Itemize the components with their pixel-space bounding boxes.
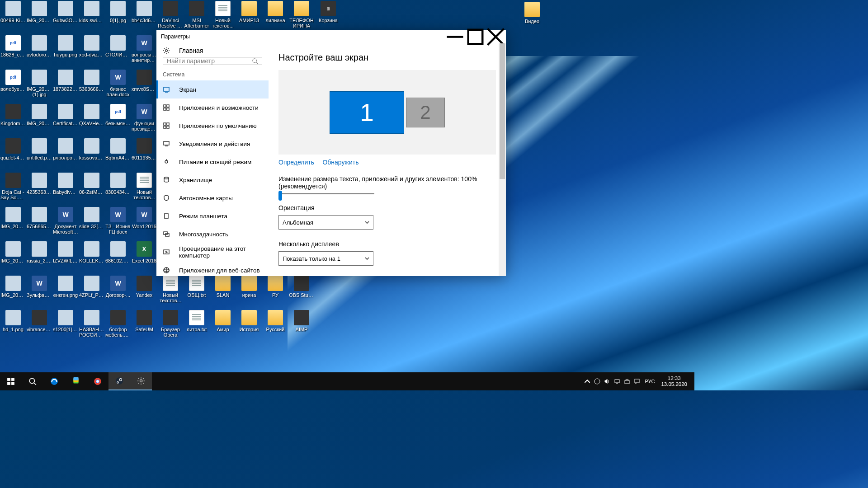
desktop-icon[interactable]: Kingdom-...: [0, 103, 26, 137]
desktop-icon[interactable]: 18738222_i...: [52, 69, 79, 103]
desktop-icon[interactable]: WWord 2016: [131, 206, 157, 240]
desktop-icon[interactable]: untitled.png: [26, 137, 52, 172]
desktop-icon[interactable]: Wвопросы поанкетиров...: [131, 34, 157, 69]
nav-item-1[interactable]: Приложения и возможности: [156, 99, 269, 117]
desktop-icon[interactable]: Русский: [262, 309, 288, 343]
desktop-icon[interactable]: литра.txt: [184, 309, 210, 343]
desktop-icon[interactable]: РУ: [262, 275, 288, 309]
desktop-icon[interactable]: huygu.png: [52, 34, 79, 69]
desktop-icon[interactable]: IMG_20200...: [0, 275, 26, 309]
desktop-icon[interactable]: 6756865658...: [26, 206, 52, 240]
nav-item-5[interactable]: Хранилище: [156, 171, 269, 189]
desktop-icon[interactable]: OBS Studio: [288, 275, 315, 309]
desktop-icon[interactable]: IMG_20190...(1).jpg: [26, 69, 52, 103]
desktop-icon[interactable]: AIMP: [288, 309, 315, 343]
search-input[interactable]: [167, 57, 252, 65]
desktop-icon[interactable]: pdfбезымянн...: [105, 103, 131, 137]
desktop-icon[interactable]: енкген.png: [52, 275, 79, 309]
desktop-icon[interactable]: История: [236, 309, 262, 343]
desktop-icon[interactable]: IMG_20200...: [0, 240, 26, 275]
language-indicator[interactable]: РУС: [642, 379, 657, 384]
taskbar-steam[interactable]: [108, 372, 130, 390]
desktop-icon[interactable]: xmvx8SSPv...: [131, 69, 157, 103]
desktop-icon[interactable]: БраузерOpera: [157, 309, 184, 343]
nav-item-6[interactable]: Автономные карты: [156, 189, 269, 207]
tray-volume-icon[interactable]: [602, 378, 612, 385]
desktop-icon[interactable]: лилиана: [262, 0, 288, 34]
nav-item-9[interactable]: Проецирование на этот компьютер: [156, 243, 269, 261]
desktop-icon[interactable]: WДокументMicrosoft ...: [52, 206, 79, 240]
desktop-icon[interactable]: XExcel 2016: [131, 240, 157, 275]
desktop-icon[interactable]: Babydive_I...: [52, 172, 79, 206]
desktop-icon[interactable]: Новыйтекстов...: [131, 172, 157, 206]
desktop-icon[interactable]: pdf18628_c1fe...: [0, 34, 26, 69]
desktop-icon[interactable]: bb4c3d6b5...: [131, 0, 157, 34]
nav-item-2[interactable]: Приложения по умолчанию: [156, 117, 269, 135]
monitor-1[interactable]: 1: [330, 91, 404, 134]
desktop-icon[interactable]: 5363666.png: [79, 69, 105, 103]
desktop-icon[interactable]: SafeUM: [131, 309, 157, 343]
desktop-icon[interactable]: kassovaya-...: [79, 137, 105, 172]
desktop-icon[interactable]: kids-swim...: [79, 0, 105, 34]
desktop-icon[interactable]: Амир: [210, 309, 236, 343]
taskbar-bluestacks[interactable]: [65, 372, 87, 390]
desktop-icon[interactable]: ТЕЛЕФОНИРИНА: [288, 0, 315, 34]
desktop-icon[interactable]: pdfволобуев...: [0, 69, 26, 103]
desktop-icon[interactable]: xod-dvizeni...: [79, 34, 105, 69]
desktop-icon[interactable]: босформебель.w...: [105, 309, 131, 343]
desktop-icon-videos[interactable]: Видео: [519, 1, 545, 35]
desktop-icon[interactable]: quizlet-4-3...: [0, 137, 26, 172]
desktop-icon[interactable]: WТЗ - ИринаГЦ.docx: [105, 206, 131, 240]
slider-thumb[interactable]: [278, 191, 282, 201]
desktop-icon[interactable]: Gubw3OET...: [52, 0, 79, 34]
desktop-icon[interactable]: Wфункциипрезидент...: [131, 103, 157, 137]
titlebar[interactable]: Параметры: [156, 30, 506, 43]
desktop-icon[interactable]: IMG_20190...: [26, 103, 52, 137]
desktop-icon[interactable]: MSIAfterburner: [184, 0, 210, 34]
tray-network-icon[interactable]: [612, 378, 622, 385]
desktop-icon[interactable]: 42353637.png: [26, 172, 52, 206]
desktop-icon[interactable]: russia_2.jpg: [26, 240, 52, 275]
desktop-icon[interactable]: 6011935399...: [131, 137, 157, 172]
desktop-icon[interactable]: Новыйтекстов...: [157, 275, 184, 309]
nav-item-7[interactable]: Режим планшета: [156, 207, 269, 225]
desktop-icon[interactable]: 0[1].jpg: [105, 0, 131, 34]
desktop-icon[interactable]: 8300434479...: [105, 172, 131, 206]
search-button[interactable]: [22, 372, 43, 390]
desktop-icon[interactable]: Новыйтекстов...: [210, 0, 236, 34]
monitor-2[interactable]: 2: [406, 98, 445, 127]
desktop-icon[interactable]: рлролрол...: [52, 137, 79, 172]
desktop-icon[interactable]: 4ZPLf_P433...: [79, 275, 105, 309]
detect-link[interactable]: Обнаружить: [322, 159, 359, 166]
taskbar-settings[interactable]: [130, 372, 152, 390]
scrollbar-thumb[interactable]: [500, 43, 505, 179]
desktop-icon[interactable]: hd_1.png: [0, 309, 26, 343]
desktop-icon[interactable]: QXaVHeYJ...: [79, 103, 105, 137]
desktop-icon[interactable]: IMG_20200...: [26, 0, 52, 34]
desktop-icon[interactable]: BqbmA4O...: [105, 137, 131, 172]
orientation-combo[interactable]: Альбомная: [278, 215, 373, 230]
nav-item-4[interactable]: Питание и спящий режим: [156, 153, 269, 171]
multiple-displays-combo[interactable]: Показать только на 1: [278, 251, 373, 266]
identify-link[interactable]: Определить: [278, 159, 314, 166]
desktop-icon[interactable]: Wбизнесплан.docx: [105, 69, 131, 103]
desktop-icon[interactable]: 06-ZstMG...: [79, 172, 105, 206]
desktop-icon[interactable]: slide-32[1]...: [79, 206, 105, 240]
search-input-wrap[interactable]: [163, 57, 262, 65]
start-button[interactable]: [0, 372, 22, 390]
tray-defender-icon[interactable]: [622, 378, 632, 385]
clock[interactable]: 12:33 13.05.2020: [657, 375, 691, 387]
close-button[interactable]: [486, 30, 506, 43]
nav-item-10[interactable]: Приложения для веб-сайтов: [156, 261, 269, 276]
desktop-icon[interactable]: Yandex: [131, 275, 157, 309]
desktop-icon[interactable]: avtodorogi...: [26, 34, 52, 69]
desktop-icon[interactable]: 686102.png: [105, 240, 131, 275]
desktop-icon[interactable]: fZVZWfLE...: [52, 240, 79, 275]
tray-action-center-icon[interactable]: [632, 378, 642, 385]
desktop-icon[interactable]: Certificate[...: [52, 103, 79, 137]
scale-slider[interactable]: [278, 193, 374, 194]
desktop-icon[interactable]: НАЗВАНИЯРОССИИ.jpg: [79, 309, 105, 343]
desktop-icon[interactable]: WДоговор-...: [105, 275, 131, 309]
nav-item-3[interactable]: Уведомления и действия: [156, 135, 269, 153]
desktop-icon[interactable]: DaVinciResolve Pro...: [157, 0, 184, 34]
